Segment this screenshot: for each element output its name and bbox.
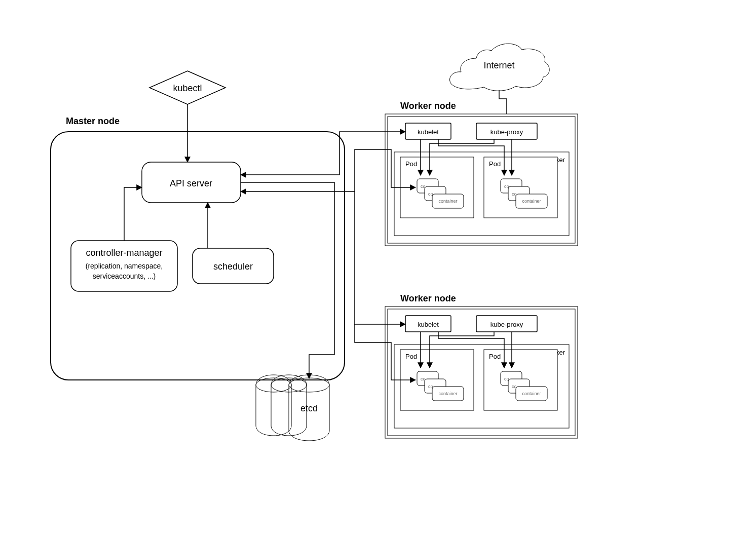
controller-manager-label: controller-manager: [86, 248, 162, 258]
scheduler-label: scheduler: [213, 261, 253, 272]
worker1-pod1-label: Pod: [405, 160, 417, 168]
worker2-kubeproxy-label: kube-proxy: [490, 321, 523, 328]
controller-manager-sub1: (replication, namespace,: [86, 262, 163, 270]
api-server-label: API server: [170, 178, 212, 188]
worker1-kubeproxy-label: kube-proxy: [490, 128, 523, 136]
svg-text:container: container: [522, 199, 541, 204]
worker1-title: Worker node: [400, 101, 456, 111]
etcd-label: etcd: [300, 403, 318, 413]
master-node-title: Master node: [66, 116, 120, 126]
arrow-api-worker1-kubelet: [241, 132, 405, 175]
kubectl-label: kubectl: [173, 83, 202, 93]
svg-text:container: container: [438, 199, 457, 204]
controller-manager-sub2: serviceaccounts, ...): [93, 272, 156, 280]
worker1-pod2-label: Pod: [489, 160, 501, 168]
kubectl-shape: kubectl: [149, 71, 225, 104]
worker2-title: Worker node: [400, 293, 456, 303]
worker2-pod2-label: Pod: [489, 353, 501, 360]
worker2-kubelet-label: kubelet: [418, 321, 439, 328]
etcd-icon: [256, 375, 329, 441]
svg-text:container: container: [438, 391, 457, 396]
internet-label: Internet: [483, 60, 514, 70]
worker2-pod1-label: Pod: [405, 353, 417, 360]
arrow-controller-api: [124, 187, 142, 241]
worker1-kubelet-label: kubelet: [418, 128, 439, 136]
diagram-canvas: Master node kubectl API server controlle…: [0, 0, 756, 537]
svg-text:container: container: [522, 391, 541, 396]
